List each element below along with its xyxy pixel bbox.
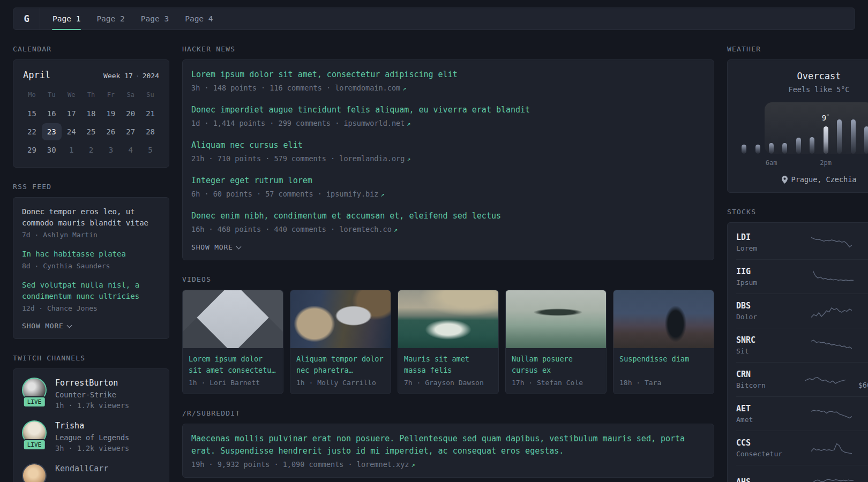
video-thumbnail[interactable] xyxy=(398,290,498,348)
subreddit-list: Maecenas mollis pulvinar erat non posuer… xyxy=(191,433,705,469)
chevron-down-icon xyxy=(236,244,241,249)
time-label: 6am xyxy=(766,159,777,167)
weather-bar xyxy=(864,126,868,154)
stock-identity: SNRCSit xyxy=(736,335,792,355)
calendar-day: 21 xyxy=(140,105,160,122)
stock-row[interactable]: CRNBitcorn-1.00%$66,171.48 xyxy=(736,362,868,396)
twitch-channel-row[interactable]: LIVETrishaLeague of Legends3h · 1.2k vie… xyxy=(22,420,160,453)
weather-bar-column xyxy=(792,102,805,154)
hackernews-item: Donec enim nibh, condimentum et accumsan… xyxy=(191,210,705,234)
tab-page-1[interactable]: Page 1 xyxy=(44,8,88,29)
tab-page-2[interactable]: Page 2 xyxy=(88,8,132,29)
source-domain: ipsumify.biz xyxy=(326,190,379,198)
story-meta-text: 19h · 9,932 points · 1,090 comments · xyxy=(191,460,357,469)
stock-row[interactable]: DBSDolor+1.42%$156.28 xyxy=(736,293,868,328)
video-title-link[interactable]: Nullam posuere cursus ex xyxy=(512,353,600,376)
stock-ticker: AET xyxy=(736,404,792,413)
stock-sparkline xyxy=(805,370,845,389)
hackernews-item: Integer eget rutrum lorem6h · 60 points … xyxy=(191,175,705,198)
twitch-channel-row[interactable]: KendallCarr xyxy=(22,463,160,482)
weather-widget: WEATHER Overcast Feels like 5°C 9° 6am2p… xyxy=(727,45,868,193)
story-link[interactable]: Donec enim nibh, condimentum et accumsan… xyxy=(191,210,705,222)
stock-row[interactable]: SNRCSit+1.36%$148.64 xyxy=(736,328,868,362)
channel-category: Counter-Strike xyxy=(55,390,129,399)
video-card[interactable]: Suspendisse diam18h · Tara xyxy=(613,290,714,394)
video-card[interactable]: Mauris sit amet massa felis7h · Grayson … xyxy=(398,290,499,394)
weather-bar xyxy=(851,119,856,154)
twitch-widget: TWITCH CHANNELS LIVEForrestBurtonCounter… xyxy=(13,354,169,482)
article-link[interactable]: Sed volutpat nulla nisl, a condimentum n… xyxy=(22,280,160,302)
story-link[interactable]: Donec imperdiet augue tincidunt felis al… xyxy=(191,104,705,116)
story-meta: 21h · 710 points · 579 comments · loreml… xyxy=(191,154,705,163)
rss-list: Donec tempor eros leo, ut commodo mauris… xyxy=(22,206,160,312)
story-link[interactable]: Integer eget rutrum lorem xyxy=(191,175,705,187)
story-link[interactable]: Maecenas mollis pulvinar erat non posuer… xyxy=(191,433,705,457)
weather-bar-column xyxy=(737,102,751,154)
article-link[interactable]: Donec tempor eros leo, ut commodo mauris… xyxy=(22,206,160,229)
stock-sparkline xyxy=(811,404,852,424)
rss-widget: RSS FEED Donec tempor eros leo, ut commo… xyxy=(13,183,169,339)
weather-current-bar xyxy=(824,126,828,154)
channel-name-link[interactable]: KendallCarr xyxy=(55,464,108,473)
video-thumbnail[interactable] xyxy=(506,290,606,348)
video-card[interactable]: Lorem ipsum dolor sit amet consectetu…1h… xyxy=(182,290,283,394)
calendar-day-header: Th xyxy=(81,87,101,104)
video-thumbnail[interactable] xyxy=(613,290,714,348)
story-source-link[interactable]: loremlandia.org↗ xyxy=(339,154,410,163)
rss-section-title: RSS FEED xyxy=(13,183,169,191)
stock-row[interactable]: AETAmet+0.92%$499.72 xyxy=(736,396,868,431)
stock-name: Sit xyxy=(736,347,792,355)
widget-columns: CALENDAR April Week 172024 MoTuWeThFrSaS… xyxy=(13,45,855,482)
story-link[interactable]: Aliquam nec cursus elit xyxy=(191,139,705,152)
stock-sparkline xyxy=(811,302,852,321)
stock-sparkline-wrap xyxy=(792,336,868,355)
story-meta-text: 21h · 710 points · 579 comments · xyxy=(191,154,339,163)
stock-identity: IIGIpsum xyxy=(736,267,792,287)
temperature-bars xyxy=(737,102,868,154)
channel-name-link[interactable]: Trisha xyxy=(55,421,129,431)
story-source-link[interactable]: loremdomain.com↗ xyxy=(335,84,406,92)
calendar-day-header: Sa xyxy=(121,87,140,104)
weather-bar xyxy=(755,145,760,154)
channel-viewers: 1h · 1.7k viewers xyxy=(55,401,129,410)
stock-row[interactable]: CCSConsectetur+0.51%$165.84 xyxy=(736,431,868,465)
app-logo[interactable]: G xyxy=(13,8,40,29)
calendar-day-header: Mo xyxy=(22,87,42,104)
channel-name-link[interactable]: ForrestBurton xyxy=(55,378,129,388)
twitch-channel-row[interactable]: LIVEForrestBurtonCounter-Strike1h · 1.7k… xyxy=(22,378,160,410)
video-meta: 1h · Molly Carrillo xyxy=(296,379,385,387)
video-title-link[interactable]: Suspendisse diam xyxy=(619,353,708,376)
story-source-link[interactable]: loremnet.xyz↗ xyxy=(357,460,415,469)
tab-page-3[interactable]: Page 3 xyxy=(133,8,177,29)
stock-row[interactable]: AHS+0.46% xyxy=(736,465,868,482)
stock-identity: DBSDolor xyxy=(736,301,792,321)
hackernews-show-more-button[interactable]: SHOW MORE xyxy=(191,243,241,251)
channel-info: TrishaLeague of Legends3h · 1.2k viewers xyxy=(55,420,129,453)
story-source-link[interactable]: loremtech.co↗ xyxy=(339,225,398,234)
article-meta: 12d · Chance Jones xyxy=(22,304,160,312)
video-card-body: Lorem ipsum dolor sit amet consectetu…1h… xyxy=(183,348,283,394)
source-domain: ipsumworld.net xyxy=(343,119,405,127)
calendar-widget: CALENDAR April Week 172024 MoTuWeThFrSaS… xyxy=(13,45,169,168)
stock-sparkline xyxy=(811,439,852,458)
video-thumbnail[interactable] xyxy=(290,290,391,348)
story-link[interactable]: Lorem ipsum dolor sit amet, consectetur … xyxy=(191,69,705,81)
video-title-link[interactable]: Aliquam tempor dolor nec pharetra… xyxy=(296,353,385,376)
hackernews-widget: HACKER NEWS Lorem ipsum dolor sit amet, … xyxy=(182,45,714,260)
rss-show-more-button[interactable]: SHOW MORE xyxy=(22,322,71,330)
video-card[interactable]: Nullam posuere cursus ex17h · Stefan Col… xyxy=(505,290,607,394)
weather-bar xyxy=(810,137,814,154)
tab-page-4[interactable]: Page 4 xyxy=(177,8,221,29)
video-title-link[interactable]: Lorem ipsum dolor sit amet consectetu… xyxy=(189,353,277,376)
subreddit-post: Maecenas mollis pulvinar erat non posuer… xyxy=(191,433,705,469)
video-card[interactable]: Aliquam tempor dolor nec pharetra…1h · M… xyxy=(290,290,391,394)
story-source-link[interactable]: ipsumworld.net↗ xyxy=(343,119,410,127)
stock-row[interactable]: IIGIpsum+2.84%$42.04 xyxy=(736,259,868,293)
video-card-body: Suspendisse diam18h · Tara xyxy=(613,348,714,394)
article-link[interactable]: In hac habitasse platea xyxy=(22,248,160,260)
video-thumbnail[interactable] xyxy=(183,290,283,348)
stock-row[interactable]: LDILorem+4.35%$795.18 xyxy=(736,225,868,259)
story-source-link[interactable]: ipsumify.biz↗ xyxy=(326,190,385,198)
video-title-link[interactable]: Mauris sit amet massa felis xyxy=(404,353,492,376)
stocks-card: LDILorem+4.35%$795.18IIGIpsum+2.84%$42.0… xyxy=(727,222,868,482)
